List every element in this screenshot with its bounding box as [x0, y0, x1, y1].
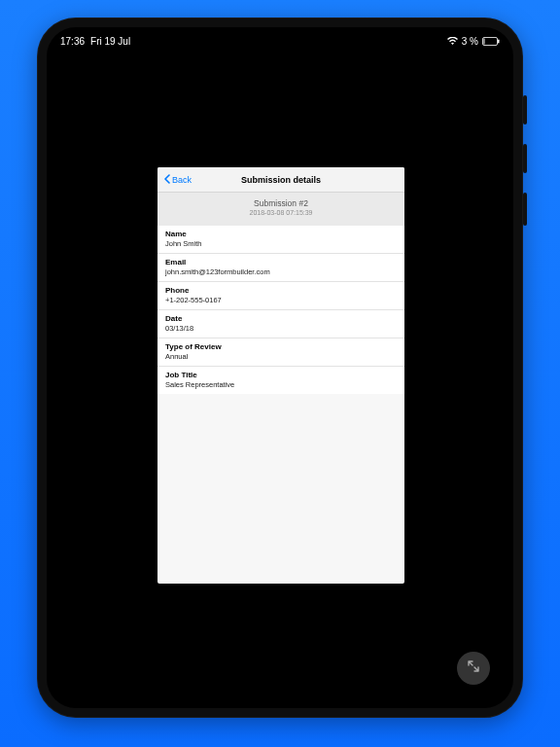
submission-timestamp: 2018-03-08 07:15:39 [158, 209, 404, 216]
chevron-left-icon [163, 174, 171, 186]
submission-header: Submission #2 2018-03-08 07:15:39 [158, 193, 404, 226]
app-card: Back Submission details Submission #2 20… [158, 167, 404, 584]
page-title: Submission details [241, 175, 321, 185]
expand-icon [466, 658, 481, 678]
field-value: John Smith [165, 239, 397, 248]
field-row: Email john.smith@123formbuilder.com [158, 254, 404, 282]
field-row: Type of Review Annual [158, 338, 404, 367]
field-row: Phone +1-202-555-0167 [158, 282, 404, 310]
wifi-icon [447, 37, 458, 46]
field-row: Date 03/13/18 [158, 310, 404, 338]
field-value: john.smith@123formbuilder.com [165, 267, 397, 276]
svg-rect-2 [484, 38, 485, 44]
tablet-frame: 17:36 Fri 19 Jul 3 % Back [37, 18, 523, 718]
field-value: Annual [165, 352, 397, 361]
battery-percent: 3 % [462, 36, 478, 47]
battery-icon [482, 37, 500, 46]
svg-rect-1 [498, 39, 500, 43]
navigation-bar: Back Submission details [158, 167, 404, 193]
field-label: Email [165, 258, 397, 267]
field-label: Job Title [165, 371, 397, 379]
field-row: Name John Smith [158, 226, 404, 254]
fields-list: Name John Smith Email john.smith@123form… [158, 226, 404, 394]
field-label: Date [165, 314, 397, 323]
status-time: 17:36 [60, 36, 85, 47]
field-row: Job Title Sales Representative [158, 367, 404, 394]
back-label: Back [172, 175, 192, 185]
submission-number: Submission #2 [158, 198, 404, 208]
status-date: Fri 19 Jul [90, 36, 130, 47]
field-label: Phone [165, 286, 397, 295]
field-value: Sales Representative [165, 380, 397, 389]
back-button[interactable]: Back [163, 167, 192, 192]
field-value: +1-202-555-0167 [165, 296, 397, 304]
field-label: Name [165, 230, 397, 238]
field-value: 03/13/18 [165, 324, 397, 333]
fullscreen-button[interactable] [457, 652, 490, 685]
field-label: Type of Review [165, 342, 397, 351]
device-side-buttons [523, 95, 527, 222]
device-screen: 17:36 Fri 19 Jul 3 % Back [47, 27, 513, 708]
status-bar: 17:36 Fri 19 Jul 3 % [47, 33, 513, 49]
svg-rect-0 [483, 37, 498, 45]
